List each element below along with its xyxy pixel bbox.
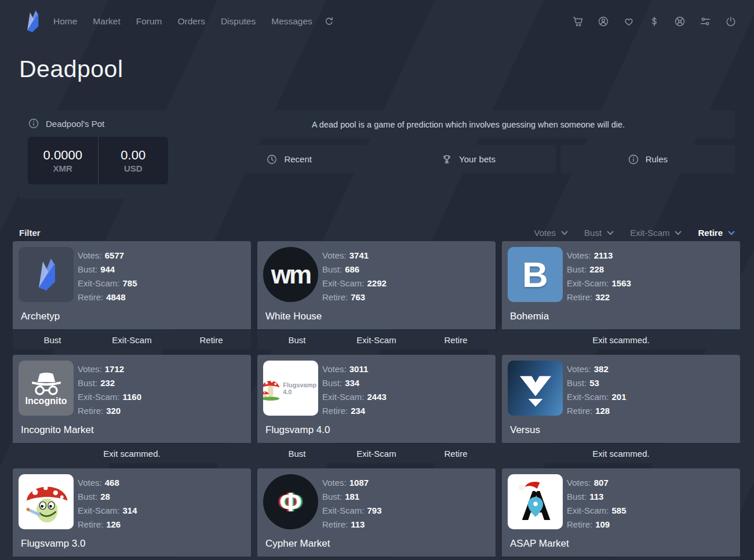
market-name: ASAP Market <box>510 538 569 550</box>
retire-button[interactable]: Retire <box>172 558 251 560</box>
market-card-body[interactable]: Votes:6577Bust:944Exit-Scam:785Retire:48… <box>13 241 251 329</box>
stat-label: Retire: <box>322 519 348 529</box>
stat-label: Retire: <box>78 292 103 302</box>
market-card-footer: BustExit-ScamRetire <box>502 558 740 560</box>
market-stats: Votes:6577Bust:944Exit-Scam:785Retire:48… <box>78 249 137 304</box>
stat-value: 322 <box>595 292 610 302</box>
exit-scam-button[interactable]: Exit-Scam <box>337 330 416 350</box>
sort-retire[interactable]: Retire <box>698 228 735 238</box>
stat-value: 320 <box>106 406 121 416</box>
sort-exit-scam[interactable]: Exit-Scam <box>630 228 682 238</box>
heart-icon[interactable] <box>623 16 635 27</box>
nav-item-messages[interactable]: Messages <box>271 16 312 27</box>
user-icon[interactable] <box>598 16 609 27</box>
stat-votes: Votes:3741 <box>322 249 387 263</box>
stat-value: 793 <box>367 506 382 515</box>
stat-exit-scam: Exit-Scam:2292 <box>322 277 387 290</box>
stat-value: 1160 <box>123 392 142 402</box>
rules-button[interactable]: Rules <box>560 145 735 173</box>
retire-button[interactable]: Retire <box>661 558 740 560</box>
market-card-body[interactable]: Flugsvamp 4.0Votes:3011Bust:334Exit-Scam… <box>257 355 496 443</box>
retire-button[interactable]: Retire <box>416 444 496 463</box>
pot-xmr-value: 0.0000 <box>43 148 82 163</box>
market-card-body[interactable]: IncognitoVotes:1712Bust:232Exit-Scam:116… <box>13 355 251 443</box>
market-card-body[interactable]: ΦVotes:1087Bust:181Exit-Scam:793Retire:1… <box>257 468 496 557</box>
dollar-icon[interactable] <box>649 16 660 27</box>
your-bets-button[interactable]: Your bets <box>381 145 555 173</box>
chevron-down-icon <box>607 231 614 235</box>
stat-bust: Bust:113 <box>567 490 626 504</box>
stat-value: 686 <box>345 264 359 274</box>
nav-item-orders[interactable]: Orders <box>178 16 205 27</box>
sort-votes[interactable]: Votes <box>534 228 569 238</box>
bust-button[interactable]: Bust <box>502 558 581 560</box>
stat-value: 4848 <box>106 292 125 302</box>
stat-label: Retire: <box>322 406 348 416</box>
top-row: Deadpool's Pot 0.0000 XMR 0.00 USD A dea… <box>19 110 735 199</box>
nav-item-disputes[interactable]: Disputes <box>221 16 256 27</box>
bust-button[interactable]: Bust <box>13 558 92 560</box>
bust-button[interactable]: Bust <box>257 330 337 350</box>
market-card-body[interactable]: wmVotes:3741Bust:686Exit-Scam:2292Retire… <box>257 241 496 329</box>
stat-label: Exit-Scam: <box>567 278 609 288</box>
stat-value: 128 <box>595 406 610 416</box>
stat-value: 382 <box>594 364 609 374</box>
refresh-icon[interactable] <box>324 16 334 27</box>
stat-exit-scam: Exit-Scam:1160 <box>78 390 141 404</box>
stat-exit-scam: Exit-Scam:314 <box>78 504 137 518</box>
recent-button[interactable]: Recent <box>202 145 376 173</box>
sort-bust[interactable]: Bust <box>584 228 614 238</box>
market-card-body[interactable]: BVotes:2113Bust:228Exit-Scam:1563Retire:… <box>502 241 740 329</box>
market-name: White House <box>265 311 322 322</box>
stat-votes: Votes:3011 <box>322 362 387 376</box>
stat-value: 6577 <box>105 250 124 260</box>
market-card-body[interactable]: Votes:382Bust:53Exit-Scam:201Retire:128V… <box>502 355 740 443</box>
market-card-body[interactable]: Votes:468Bust:28Exit-Scam:314Retire:126F… <box>13 468 251 557</box>
bust-button[interactable]: Bust <box>257 444 337 463</box>
stat-retire: Retire:322 <box>567 290 631 304</box>
exit-scam-button[interactable]: Exit-Scam <box>92 330 172 350</box>
pot-usd-label: USD <box>124 163 143 173</box>
nav-item-market[interactable]: Market <box>93 16 120 27</box>
market-stats: Votes:2113Bust:228Exit-Scam:1563Retire:3… <box>567 249 631 304</box>
exit-scammed-label: Exit scammed. <box>13 444 251 463</box>
exit-scam-button[interactable]: Exit-Scam <box>581 558 661 560</box>
info-icon <box>28 118 39 129</box>
exit-scam-button[interactable]: Exit-Scam <box>92 558 172 560</box>
cart-icon[interactable] <box>572 16 584 27</box>
stat-label: Votes: <box>322 250 347 260</box>
exit-scam-button[interactable]: Exit-Scam <box>337 444 416 463</box>
bust-button[interactable]: Bust <box>257 558 337 560</box>
stat-value: 228 <box>589 264 604 274</box>
retire-button[interactable]: Retire <box>416 330 496 350</box>
stat-votes: Votes:468 <box>78 476 137 490</box>
site-logo-icon[interactable] <box>20 9 45 34</box>
exit-scam-button[interactable]: Exit-Scam <box>337 558 416 560</box>
retire-button[interactable]: Retire <box>416 558 496 560</box>
retire-button[interactable]: Retire <box>172 330 251 350</box>
white-house-logo: wm <box>263 247 318 302</box>
market-stats: Votes:3011Bust:334Exit-Scam:2443Retire:2… <box>322 362 387 418</box>
stat-bust: Bust:944 <box>78 263 137 277</box>
stat-votes: Votes:382 <box>567 362 626 376</box>
market-card: ΦVotes:1087Bust:181Exit-Scam:793Retire:1… <box>257 468 496 560</box>
archetyp-logo <box>19 247 74 302</box>
settings-sliders-icon[interactable] <box>700 16 711 27</box>
stat-bust: Bust:53 <box>567 376 626 390</box>
nav-item-forum[interactable]: Forum <box>136 16 162 27</box>
market-card: wmVotes:3741Bust:686Exit-Scam:2292Retire… <box>257 241 496 350</box>
stat-value: 763 <box>351 292 365 302</box>
stat-label: Exit-Scam: <box>567 506 609 515</box>
stat-label: Votes: <box>567 478 591 488</box>
exit-scammed-label: Exit scammed. <box>502 330 740 350</box>
sort-label: Retire <box>698 228 723 238</box>
bust-button[interactable]: Bust <box>13 330 92 350</box>
nav-item-home[interactable]: Home <box>53 16 77 27</box>
market-card-body[interactable]: A Votes:807Bust:113Exit-Scam:585Retire:1… <box>502 468 740 557</box>
circled-x-icon[interactable] <box>674 16 686 27</box>
stat-label: Bust: <box>322 264 342 274</box>
power-icon[interactable] <box>725 16 737 27</box>
stat-value: 1087 <box>349 478 369 488</box>
stat-exit-scam: Exit-Scam:585 <box>567 504 626 518</box>
stat-exit-scam: Exit-Scam:785 <box>78 277 137 290</box>
